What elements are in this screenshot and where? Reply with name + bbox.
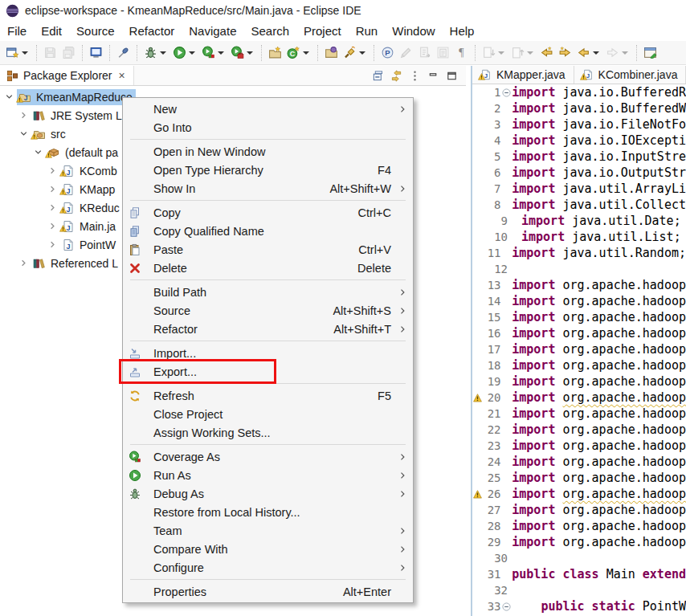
new-class-button[interactable]: C [284, 44, 313, 61]
dropdown-caret-icon[interactable] [359, 51, 365, 55]
tree-item-body[interactable]: J Main.ja [60, 218, 119, 235]
pilcrow-button[interactable]: ¶ [452, 44, 471, 61]
next-edit-button[interactable] [556, 44, 574, 61]
tree-item-body[interactable]: J KComb [60, 163, 120, 179]
minimize-button[interactable] [427, 70, 439, 82]
dropdown-caret-icon[interactable] [218, 51, 224, 55]
expander-right-icon[interactable] [47, 183, 60, 195]
fold-gutter[interactable] [501, 88, 512, 97]
dropdown-caret-icon[interactable] [527, 51, 533, 55]
menu-item-coverage-as[interactable]: Coverage As [123, 447, 413, 466]
menu-item-copy[interactable]: Copy Ctrl+C [123, 203, 413, 222]
dropdown-caret-icon[interactable] [247, 51, 253, 55]
tree-item-body[interactable]: J KmeanMapReduce [17, 89, 136, 105]
dropdown-caret-icon[interactable] [303, 51, 309, 55]
menu-item-delete[interactable]: Delete Delete [123, 259, 413, 277]
run-button[interactable] [170, 44, 199, 61]
console-button[interactable] [87, 44, 105, 61]
expander-right-icon[interactable] [18, 109, 31, 121]
menu-item-import[interactable]: Import... [123, 344, 413, 362]
menu-item-open-type-hierarchy[interactable]: Open Type Hierarchy F4 [123, 161, 413, 179]
forward-button[interactable] [603, 44, 632, 61]
editor-tab-kmapper-java[interactable]: J KMapper.java [472, 66, 574, 84]
doc-box-button[interactable] [434, 44, 452, 61]
external-tools-button[interactable] [228, 44, 257, 61]
open-type-button[interactable] [322, 44, 341, 61]
dropdown-caret-icon[interactable] [593, 51, 599, 55]
menu-item-export[interactable]: Export... [123, 362, 413, 381]
new-java-project-button[interactable] [266, 44, 284, 61]
save-button[interactable] [41, 44, 59, 61]
new-wizard-button[interactable] [3, 44, 32, 61]
fold-collapse-icon[interactable] [502, 88, 511, 97]
editor-tab-kcombiner-java[interactable]: J KCombiner.java [574, 66, 686, 84]
menu-item-show-in[interactable]: Show In Alt+Shift+W [123, 179, 413, 198]
menu-item-close-project[interactable]: Close Project [123, 405, 413, 423]
fold-gutter[interactable] [501, 602, 512, 611]
menu-item-copy-qualified-name[interactable]: Copy Qualified Name [123, 222, 413, 240]
prev-annotation-button[interactable] [508, 44, 537, 61]
dropdown-caret-icon[interactable] [22, 51, 28, 55]
tab-package-explorer[interactable]: Package Explorer × [0, 66, 134, 85]
menu-item-refactor[interactable]: Refactor Alt+Shift+T [123, 320, 413, 338]
menu-item-properties[interactable]: Properties Alt+Enter [123, 582, 413, 601]
menu-help[interactable]: Help [443, 22, 482, 39]
menu-window[interactable]: Window [385, 22, 442, 39]
coverage-button[interactable] [199, 44, 228, 61]
search-button[interactable] [341, 44, 370, 61]
tree-item-body[interactable]: J KMapp [60, 182, 118, 198]
menu-item-build-path[interactable]: Build Path [123, 283, 413, 301]
menu-item-new[interactable]: New [123, 100, 413, 118]
fold-collapse-icon[interactable] [502, 602, 511, 611]
splitter-handle[interactable] [466, 66, 472, 616]
back-button[interactable] [574, 44, 603, 61]
expander-right-icon[interactable] [47, 202, 60, 214]
menu-item-run-as[interactable]: Run As [123, 466, 413, 484]
menu-refactor[interactable]: Refactor [122, 22, 182, 39]
dropdown-caret-icon[interactable] [160, 51, 166, 55]
menu-source[interactable]: Source [69, 22, 122, 39]
menu-item-assign-working-sets[interactable]: Assign Working Sets... [123, 423, 413, 442]
expander-right-icon[interactable] [47, 220, 60, 232]
menu-item-debug-as[interactable]: Debug As [123, 484, 413, 503]
menu-item-refresh[interactable]: Refresh F5 [123, 386, 413, 405]
menu-run[interactable]: Run [349, 22, 386, 39]
expander-right-icon[interactable] [18, 257, 31, 269]
save-all-button[interactable] [59, 44, 78, 61]
task-button[interactable]: P [378, 44, 397, 61]
menu-project[interactable]: Project [296, 22, 349, 39]
menu-item-source[interactable]: Source Alt+Shift+S [123, 301, 413, 320]
last-edit-button[interactable] [537, 44, 556, 61]
doc-link-button[interactable] [415, 44, 434, 61]
tree-item-body[interactable]: JRE System Li [31, 108, 128, 124]
tree-item-body[interactable]: J KReduc [60, 200, 123, 216]
expander-down-icon[interactable] [32, 146, 46, 158]
dropdown-caret-icon[interactable] [622, 51, 628, 55]
code-editor[interactable]: 1 import java.io.BufferedR 2 import java… [472, 84, 686, 616]
dropdown-caret-icon[interactable] [498, 51, 504, 55]
expander-down-icon[interactable] [3, 91, 17, 103]
expander-right-icon[interactable] [47, 239, 60, 251]
java-perspective-button[interactable] [641, 44, 659, 61]
debug-button[interactable] [141, 44, 170, 61]
menu-item-restore-from-local-history[interactable]: Restore from Local History... [123, 503, 413, 521]
menu-edit[interactable]: Edit [34, 22, 69, 39]
menu-item-go-into[interactable]: Go Into [123, 118, 413, 137]
tree-item-body[interactable]: src [31, 126, 69, 142]
pin-button[interactable] [114, 44, 133, 61]
next-annotation-button[interactable] [480, 44, 508, 61]
tree-item-body[interactable]: J PointW [60, 237, 119, 253]
close-view-icon[interactable]: × [117, 69, 127, 82]
menu-item-paste[interactable]: Paste Ctrl+V [123, 240, 413, 259]
pencil-button[interactable] [397, 44, 415, 61]
expander-right-icon[interactable] [47, 165, 60, 177]
menu-item-open-in-new-window[interactable]: Open in New Window [123, 142, 413, 161]
link-editor-button[interactable] [390, 70, 402, 82]
tree-item-body[interactable]: Referenced L [31, 255, 121, 271]
menu-item-configure[interactable]: Configure [123, 558, 413, 577]
menu-item-compare-with[interactable]: Compare With [123, 540, 413, 558]
view-menu-button[interactable] [409, 70, 421, 82]
menu-navigate[interactable]: Navigate [182, 22, 243, 39]
tree-item-body[interactable]: (default pa [46, 145, 121, 161]
maximize-button[interactable] [446, 70, 458, 82]
